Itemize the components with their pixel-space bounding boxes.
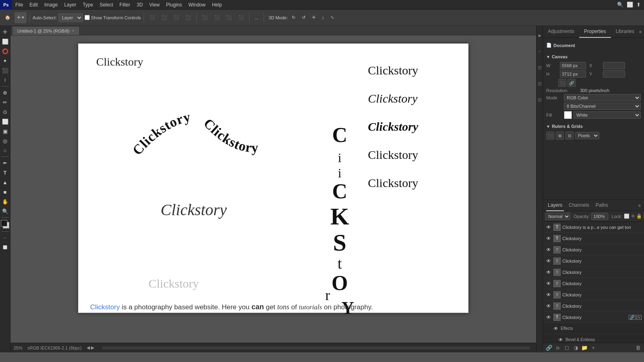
layer-item-6[interactable]: 👁 𝕋 Clickstory [543,289,644,300]
document-tab[interactable]: Untitled-1 @ 25% (RGB/8) × [12,26,80,35]
tool-brush[interactable]: ✏ [1,98,10,107]
transform-panel-btn[interactable]: ⬛ [537,60,543,76]
tool-gradient[interactable]: ▣ [1,127,10,136]
layer-vis-6[interactable]: 👁 [545,292,552,298]
menu-view[interactable]: View [146,0,163,10]
tool-text[interactable]: T [1,168,10,177]
style-panel-btn[interactable]: ⬛ [537,76,543,92]
document-tab-close[interactable]: × [72,29,74,33]
autoselect-select[interactable]: Layer Group [58,13,83,22]
zoom-level[interactable]: 25% [14,346,23,350]
3d-rotate-btn[interactable]: ↻ [289,12,298,23]
layer-item-7[interactable]: 👁 𝕋 Clickstory [543,300,644,312]
tab-channels[interactable]: Channels [567,200,591,211]
panel-options-btn[interactable]: ≡ [639,29,644,34]
layer-vis-0[interactable]: 👁 [545,224,552,230]
height-input[interactable] [560,70,586,78]
scroll-bar[interactable] [102,346,530,350]
arrange-icon[interactable]: ⬜ [627,2,633,8]
layer-vis-1[interactable]: 👁 [545,235,552,242]
3d-pan-btn[interactable]: ✛ [310,12,318,23]
menu-filter[interactable]: Filter [116,0,134,10]
menu-3d[interactable]: 3D [133,0,146,10]
tool-more[interactable]: ··· [1,233,10,242]
lock-pixels-btn[interactable]: ⬜ [624,213,630,220]
tab-adjustments[interactable]: Adjustments [543,26,579,38]
canvas-section-header[interactable]: ▼ Canvas [546,53,641,61]
lock-all-btn[interactable]: 🔒 [636,213,642,220]
home-button[interactable]: 🏠 [2,12,13,23]
distribute-btn[interactable]: ⬛ [236,12,246,23]
ruler-icon-1[interactable]: ⬛ [546,132,554,140]
layer-item-3[interactable]: 👁 𝕋 Clickstory [543,255,644,267]
fill-color-swatch[interactable] [564,111,572,119]
tool-blur[interactable]: ◎ [1,136,10,145]
ruler-icon-2[interactable]: ⊞ [556,132,564,140]
menu-select[interactable]: Select [96,0,116,10]
valign-mid-btn[interactable]: ⬛ [212,12,222,23]
tool-pen[interactable]: ✒ [1,158,10,167]
layer-effects-group[interactable]: 👁 Effects [543,323,644,334]
tab-properties[interactable]: Properties [579,26,611,38]
menu-type[interactable]: Type [79,0,96,10]
align-fill-btn[interactable]: ⬛ [183,12,194,23]
add-mask-btn[interactable]: ◻ [563,344,570,352]
layer-vis-5[interactable]: 👁 [545,280,552,287]
tool-crop[interactable]: ⬛ [1,66,10,75]
tab-libraries[interactable]: Libraries [611,26,639,38]
mode-select[interactable]: RGB Color [564,94,641,101]
layer-item-0[interactable]: 👁 T Clickstory is a p...e you can get to… [543,222,644,233]
mask-panel-btn[interactable]: ⬛ [537,92,543,108]
tool-move[interactable]: ✛ [1,27,10,36]
tab-layers[interactable]: Layers [546,200,564,211]
tool-eraser[interactable]: ⬜ [1,117,10,126]
tool-zoom[interactable]: 🔍 [1,207,10,216]
valign-bot-btn[interactable]: ⬛ [224,12,234,23]
layer-vis-3[interactable]: 👁 [545,258,552,264]
move-tool-btn[interactable]: ✛ ▾ [14,12,27,23]
3d-slide-btn[interactable]: ↕ [320,12,327,23]
y-input[interactable] [603,70,625,78]
3d-twist-btn[interactable]: ↺ [299,12,308,23]
layer-vis-7[interactable]: 👁 [545,303,552,309]
opacity-input[interactable] [591,213,608,220]
layer-vis-bevel[interactable]: 👁 [557,337,564,343]
menu-layer[interactable]: Layer [61,0,79,10]
lock-pos-btn[interactable]: ✛ [631,213,635,220]
menu-plugins[interactable]: Plugins [163,0,185,10]
tool-heal[interactable]: ⊕ [1,88,10,97]
history-btn[interactable]: ▶ [537,27,543,43]
add-fx-btn[interactable]: fx [554,344,561,352]
align-left-btn[interactable]: ⬛ [147,12,157,23]
blend-mode-select[interactable]: Normal [545,213,570,220]
layer-vis-2[interactable]: 👁 [545,247,552,253]
add-group-btn[interactable]: 📁 [581,344,588,352]
3d-scale-btn[interactable]: ⤡ [328,12,336,23]
search-icon[interactable]: 🔍 [617,2,623,8]
scroll-arrows[interactable]: ◀ ▶ [87,345,94,350]
menu-edit[interactable]: Edit [26,0,41,10]
units-select[interactable]: Pixels [575,132,599,139]
tool-shape[interactable]: ■ [1,187,10,196]
link-px-icon[interactable]: ⬛ [558,79,566,87]
canvas-scroll-area[interactable]: Clickstory Clickstory Clic [10,35,536,343]
valign-top-btn[interactable]: ⬛ [200,12,210,23]
fill-select[interactable]: White [574,111,641,119]
menu-help[interactable]: Help [209,0,225,10]
rulers-section-header[interactable]: ▼ Rulers & Grids [546,122,641,130]
align-right-btn[interactable]: ⬛ [171,12,182,23]
share-icon[interactable]: ⬆ [636,2,641,8]
align-center-btn[interactable]: ⬛ [159,12,169,23]
tool-dodge[interactable]: ○ [1,146,10,155]
info-btn[interactable]: i [537,43,543,60]
layer-item-5[interactable]: 👁 𝕋 Clickstory [543,278,644,289]
delete-layer-btn[interactable]: 🗑 [634,344,642,352]
link-chain-icon[interactable]: 🔗 [568,79,576,87]
add-link-btn[interactable]: 🔗 [545,344,553,352]
layers-options-btn[interactable]: ≡ [638,203,641,208]
layer-vis-4[interactable]: 👁 [545,269,552,276]
width-input[interactable] [560,62,586,69]
menu-window[interactable]: Window [185,0,209,10]
tool-clone[interactable]: ⊙ [1,107,10,116]
tool-lasso[interactable]: ⭕ [1,47,10,56]
